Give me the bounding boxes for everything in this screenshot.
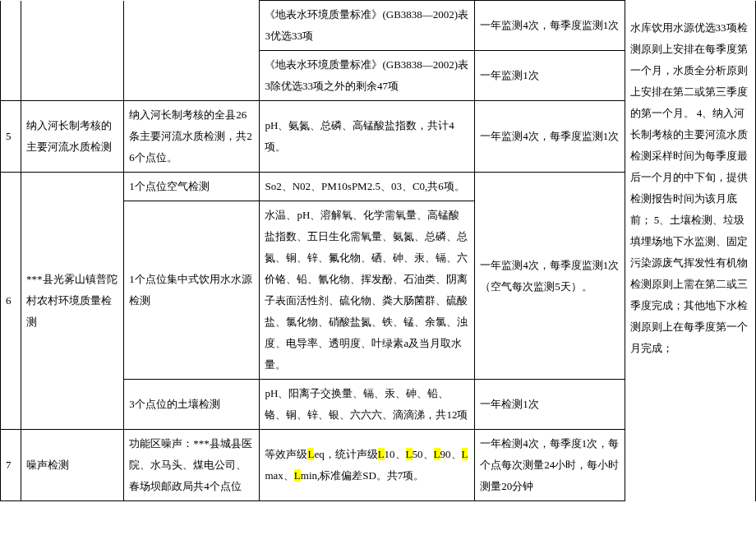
cell-freq: 一年检测4次，每季度1次，每个点每次测量24小时，每小时测量20分钟 <box>475 430 625 501</box>
monitoring-table: 《地表水环境质量标准》(GB3838—2002)表3优选33项 一年监测4次，每… <box>0 0 756 501</box>
cell-remarks: 水库饮用水源优选33项检测原则上安排在每季度第一个月，水质全分析原则上安排在第二… <box>625 1 755 501</box>
cell-freq: 一年监测1次 <box>475 51 625 101</box>
table-row: 《地表水环境质量标准》(GB3838—2002)表3优选33项 一年监测4次，每… <box>1 1 756 51</box>
cell-num: 7 <box>1 430 21 501</box>
cell-points: 纳入河长制考核的全县26条主要河流水质检测，共26个点位。 <box>124 101 260 173</box>
cell-name <box>21 1 124 51</box>
cell-items: pH、氨氮、总磷、高锰酸盐指数，共计4项。 <box>260 101 475 173</box>
cell-freq: 一年监测4次，每季度监测1次（空气每次监测5天）。 <box>475 173 625 380</box>
cell-items: 等效声级Leq，统计声级L10、L50、L90、Lmax、Lmin,标准偏差SD… <box>260 430 475 501</box>
cell-name: 噪声检测 <box>21 430 124 501</box>
cell-num: 6 <box>1 173 21 430</box>
cell-points: 3个点位的土壤检测 <box>124 380 260 430</box>
cell-name: ***县光雾山镇普陀村农村环境质量检测 <box>21 173 124 430</box>
cell-points: 1个点位空气检测 <box>124 173 260 201</box>
cell-points <box>124 51 260 101</box>
cell-items: 水温、pH、溶解氧、化学需氧量、高锰酸盐指数、五日生化需氧量、氨氮、总磷、总氮、… <box>260 201 475 380</box>
cell-num <box>1 51 21 101</box>
cell-freq: 一年检测1次 <box>475 380 625 430</box>
cell-points <box>124 1 260 51</box>
cell-name <box>21 51 124 101</box>
cell-items: 《地表水环境质量标准》(GB3838—2002)表3除优选33项之外的剩余47项 <box>260 51 475 101</box>
cell-name: 纳入河长制考核的主要河流水质检测 <box>21 101 124 173</box>
cell-points: 功能区噪声：***县城县医院、水马头、煤电公司、春场坝邮政局共4个点位 <box>124 430 260 501</box>
cell-num: 5 <box>1 101 21 173</box>
cell-items: 《地表水环境质量标准》(GB3838—2002)表3优选33项 <box>260 1 475 51</box>
cell-items: So2、N02、PM10sPM2.5、03、C0,共6项。 <box>260 173 475 201</box>
cell-freq: 一年监测4次，每季度监测1次 <box>475 1 625 51</box>
cell-items: pH、阳离子交换量、镉、汞、砷、铅、铬、铜、锌、银、六六六、滴滴涕，共12项 <box>260 380 475 430</box>
cell-points: 1个点位集中式饮用水水源检测 <box>124 201 260 380</box>
cell-num <box>1 1 21 51</box>
cell-freq: 一年监测4次，每季度监测1次 <box>475 101 625 173</box>
